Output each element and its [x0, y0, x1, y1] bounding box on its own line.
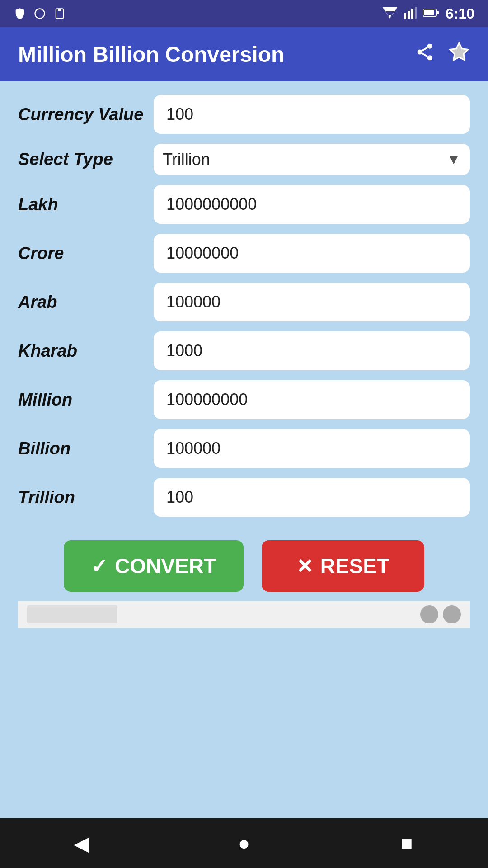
trillion-label: Trillion	[18, 488, 154, 507]
lakh-row: Lakh	[18, 185, 470, 224]
battery-icon	[423, 8, 439, 19]
crore-label: Crore	[18, 244, 154, 263]
wifi-icon	[382, 7, 398, 20]
kharab-row: Kharab	[18, 331, 470, 370]
crore-row: Crore	[18, 234, 470, 273]
home-button[interactable]: ●	[226, 825, 262, 861]
million-input[interactable]	[154, 380, 470, 419]
convert-label: CONVERT	[115, 554, 216, 578]
select-type-row: Select Type Million Billion Trillion ▼	[18, 144, 470, 175]
billion-label: Billion	[18, 439, 154, 458]
main-content: Currency Value Select Type Million Billi…	[0, 81, 488, 818]
reset-label: RESET	[320, 554, 389, 578]
action-buttons: ✓ CONVERT ✕ RESET	[18, 527, 470, 601]
trillion-row: Trillion	[18, 478, 470, 517]
svg-rect-7	[411, 9, 413, 19]
chevron-down-icon: ▼	[446, 151, 461, 168]
lakh-label: Lakh	[18, 195, 154, 214]
status-right-icons: 6:10	[382, 5, 474, 22]
favorite-icon[interactable]	[448, 41, 470, 67]
checkmark-icon: ✓	[91, 555, 108, 578]
bottom-nav: ◀ ● ■	[0, 818, 488, 868]
close-icon: ✕	[296, 555, 313, 578]
currency-value-input[interactable]	[154, 95, 470, 134]
app-bar-icons	[415, 41, 470, 67]
trillion-input[interactable]	[154, 478, 470, 517]
recents-button[interactable]: ■	[389, 825, 425, 861]
svg-point-0	[35, 9, 45, 19]
status-bar: 6:10	[0, 0, 488, 27]
billion-input[interactable]	[154, 429, 470, 468]
select-type-dropdown[interactable]: Million Billion Trillion	[163, 150, 446, 169]
select-type-wrapper[interactable]: Million Billion Trillion ▼	[154, 144, 470, 175]
shield-icon	[14, 7, 26, 20]
kharab-label: Kharab	[18, 341, 154, 361]
back-button[interactable]: ◀	[63, 825, 99, 861]
svg-rect-10	[424, 10, 434, 15]
million-label: Million	[18, 390, 154, 410]
status-left-icons	[14, 7, 66, 20]
status-time: 6:10	[446, 5, 474, 22]
reset-button[interactable]: ✕ RESET	[262, 540, 424, 592]
ad-bar	[18, 601, 470, 628]
arab-label: Arab	[18, 292, 154, 312]
circle-icon	[33, 7, 46, 20]
svg-rect-6	[408, 11, 410, 19]
svg-rect-8	[415, 7, 417, 19]
svg-point-12	[427, 44, 432, 49]
svg-point-14	[427, 55, 432, 60]
currency-value-label: Currency Value	[18, 105, 154, 124]
currency-value-row: Currency Value	[18, 95, 470, 134]
arab-row: Arab	[18, 283, 470, 321]
billion-row: Billion	[18, 429, 470, 468]
convert-button[interactable]: ✓ CONVERT	[64, 540, 244, 592]
app-bar: Million Billion Conversion	[0, 27, 488, 81]
svg-line-15	[422, 53, 428, 57]
select-type-label: Select Type	[18, 150, 154, 169]
signal-icon	[404, 7, 417, 20]
svg-line-16	[422, 47, 428, 51]
svg-rect-5	[404, 13, 406, 19]
clipboard-icon	[53, 7, 66, 20]
arab-input[interactable]	[154, 283, 470, 321]
svg-rect-11	[437, 11, 439, 14]
svg-point-13	[418, 50, 422, 55]
lakh-input[interactable]	[154, 185, 470, 224]
svg-marker-17	[450, 43, 468, 60]
share-icon[interactable]	[415, 42, 435, 66]
million-row: Million	[18, 380, 470, 419]
app-title: Million Billion Conversion	[18, 42, 284, 67]
kharab-input[interactable]	[154, 331, 470, 370]
crore-input[interactable]	[154, 234, 470, 273]
